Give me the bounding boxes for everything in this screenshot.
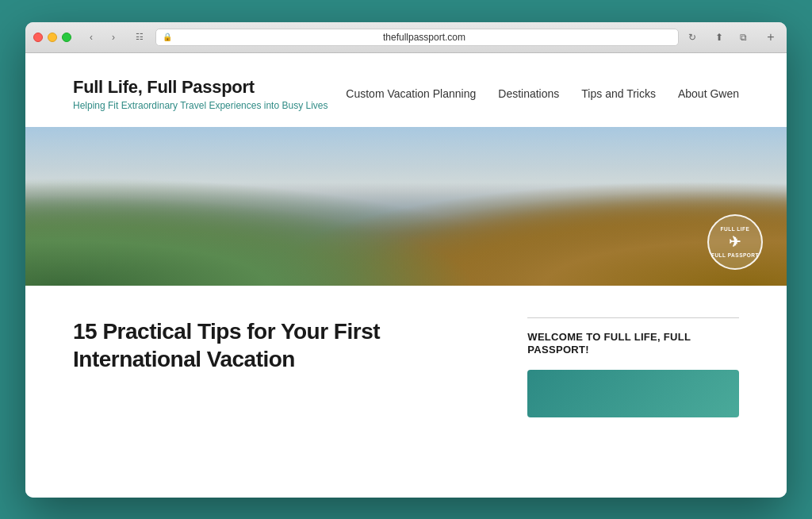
duplicate-tab-button[interactable]: ⧉ bbox=[733, 29, 753, 45]
sidebar: WELCOME TO FULL LIFE, FULL PASSPORT! bbox=[527, 317, 739, 418]
hero-logo-stamp: Full Life ✈ Full Passport bbox=[707, 214, 763, 270]
reader-button[interactable]: ☷ bbox=[130, 29, 149, 45]
close-button[interactable] bbox=[33, 33, 43, 42]
site-branding: Full Life, Full Passport Helping Fit Ext… bbox=[73, 77, 327, 111]
webpage: Full Life, Full Passport Helping Fit Ext… bbox=[25, 53, 787, 498]
sidebar-divider bbox=[527, 317, 739, 318]
share-button[interactable]: ⬆ bbox=[709, 29, 730, 45]
forward-button[interactable]: › bbox=[103, 29, 124, 45]
browser-window: ‹ › ☷ 🔒 thefullpassport.com ↻ ⬆ ⧉ + Full… bbox=[25, 22, 787, 498]
new-tab-button[interactable]: + bbox=[763, 29, 779, 45]
nav-custom-vacation-planning[interactable]: Custom Vacation Planning bbox=[346, 87, 476, 100]
hero-overlay bbox=[25, 127, 787, 286]
nav-destinations[interactable]: Destinations bbox=[498, 87, 559, 100]
hero-banner: Full Life ✈ Full Passport bbox=[25, 127, 787, 286]
article-title: 15 Practical Tips for Your First Interna… bbox=[73, 317, 496, 373]
content-area: 15 Practical Tips for Your First Interna… bbox=[25, 286, 787, 434]
site-tagline: Helping Fit Extraordinary Travel Experie… bbox=[73, 100, 327, 111]
plane-icon: ✈ bbox=[729, 233, 741, 251]
sidebar-heading: WELCOME TO FULL LIFE, FULL PASSPORT! bbox=[527, 331, 739, 358]
stamp-top-text: Full Life bbox=[721, 226, 750, 232]
url-display: thefullpassport.com bbox=[177, 32, 672, 43]
site-title: Full Life, Full Passport bbox=[73, 77, 327, 98]
browser-actions: ⬆ ⧉ bbox=[709, 29, 753, 45]
site-nav: Custom Vacation Planning Destinations Ti… bbox=[346, 87, 739, 100]
site-header: Full Life, Full Passport Helping Fit Ext… bbox=[25, 53, 787, 127]
lock-icon: 🔒 bbox=[163, 33, 172, 41]
minimize-button[interactable] bbox=[48, 33, 57, 42]
stamp-bottom-text: Full Passport bbox=[711, 252, 759, 258]
back-button[interactable]: ‹ bbox=[81, 29, 102, 45]
main-content: 15 Practical Tips for Your First Interna… bbox=[73, 317, 496, 418]
hero-city-image bbox=[25, 127, 787, 286]
address-bar-container[interactable]: 🔒 thefullpassport.com bbox=[155, 29, 679, 46]
browser-chrome: ‹ › ☷ 🔒 thefullpassport.com ↻ ⬆ ⧉ + bbox=[25, 22, 787, 53]
sidebar-image bbox=[527, 370, 739, 417]
nav-buttons: ‹ › bbox=[81, 29, 124, 45]
nav-tips-and-tricks[interactable]: Tips and Tricks bbox=[581, 87, 656, 100]
nav-about-gwen[interactable]: About Gwen bbox=[678, 87, 739, 100]
refresh-button[interactable]: ↻ bbox=[685, 32, 699, 43]
maximize-button[interactable] bbox=[62, 33, 71, 42]
traffic-lights bbox=[33, 33, 71, 42]
